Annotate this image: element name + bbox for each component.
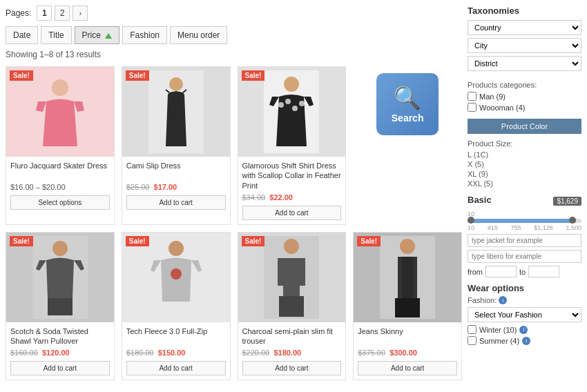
product-info: Fluro Jacquard Skater Dress $16.00 – $20…	[6, 157, 114, 214]
summer-info-icon: i	[522, 337, 530, 345]
sort-fashion-btn[interactable]: Fashion	[122, 26, 167, 44]
summer-checkbox-item: Summer (4) i	[468, 336, 581, 345]
wear-options-section: Wear options Fashion: i Select Your Fash…	[468, 283, 581, 345]
winter-checkbox-item: Winter (10) i	[468, 325, 581, 334]
libero-search-input[interactable]	[468, 250, 581, 263]
range-handle-right[interactable]	[569, 217, 576, 224]
product-info: Charcoal semi-plain slim fit trouser $22…	[238, 322, 346, 380]
add-to-cart-btn[interactable]: Add to cart	[242, 361, 342, 375]
svg-rect-26	[401, 257, 414, 298]
winter-info-icon: i	[519, 326, 528, 334]
product-image: Sale!	[122, 67, 230, 157]
range-track	[468, 219, 576, 223]
range-max-display: $1,629	[553, 197, 581, 206]
jacket-search-input[interactable]	[468, 234, 581, 247]
category-man-label: Man (9)	[479, 92, 506, 101]
results-count: Showing 1–8 of 13 results	[6, 50, 462, 59]
product-card: Sale! Tech Fleece 3.0 Full-Zip $180.00	[122, 232, 231, 381]
add-to-cart-btn[interactable]: Add to cart	[358, 361, 457, 375]
product-price: $16.00 – $20.00	[10, 183, 110, 191]
country-select[interactable]: Country	[468, 20, 581, 35]
product-image: Sale!	[122, 233, 230, 322]
product-price: $25.00 $17.00	[126, 183, 226, 191]
svg-point-19	[284, 239, 299, 254]
product-categories-label: Products categories:	[468, 81, 581, 89]
svg-rect-23	[279, 296, 304, 317]
add-to-cart-btn[interactable]: Add to cart	[126, 195, 226, 210]
category-woooman-checkbox[interactable]	[468, 103, 477, 112]
category-man-checkbox[interactable]	[468, 92, 477, 101]
sort-arrow-icon	[105, 33, 112, 39]
search-card: 🔍 Search	[353, 66, 462, 225]
fashion-label-row: Fashion: i	[468, 296, 581, 304]
add-to-cart-btn[interactable]: Add to cart	[10, 361, 110, 375]
size-xl[interactable]: XL (9)	[468, 170, 581, 178]
city-select[interactable]: City	[468, 38, 581, 53]
page-1-btn[interactable]: 1	[37, 6, 52, 21]
sort-date-btn[interactable]: Date	[6, 26, 38, 44]
category-woooman-label: Woooman (4)	[479, 104, 525, 112]
select-options-btn[interactable]: Select options	[10, 195, 110, 210]
product-price: $34.00 $22.00	[242, 193, 342, 202]
product-thumbnail	[32, 236, 88, 319]
svg-point-1	[52, 79, 68, 96]
product-thumbnail	[380, 236, 435, 319]
size-l[interactable]: L (1C)	[468, 150, 581, 159]
price-from-label: from	[468, 268, 483, 276]
product-card: Sale! Cami Slip Dress $25.00 $17.00	[122, 66, 231, 225]
product-name: Tech Fleece 3.0 Full-Zip	[126, 326, 226, 346]
product-card: Sale! Glamorous Shift Shirt Dress	[238, 66, 347, 225]
product-card: Sale! Fluro Jacquard Skater Dress $16.00…	[6, 66, 115, 225]
product-color-btn[interactable]: Product Color	[468, 119, 581, 134]
winter-checkbox[interactable]	[468, 325, 477, 334]
add-to-cart-btn[interactable]: Add to cart	[242, 206, 342, 220]
category-man: Man (9)	[468, 92, 581, 101]
product-name: Charcoal semi-plain slim fit trouser	[242, 326, 342, 346]
price-from-input[interactable]	[485, 266, 517, 277]
sort-price-btn[interactable]: Price	[75, 26, 120, 44]
svg-point-9	[285, 99, 291, 104]
product-name: Cami Slip Dress	[126, 161, 226, 180]
search-box[interactable]: 🔍 Search	[376, 73, 439, 135]
sort-menuorder-btn[interactable]: Menu order	[170, 26, 227, 44]
svg-rect-22	[298, 258, 305, 286]
category-woooman: Woooman (4)	[468, 103, 581, 112]
range-handle-left[interactable]	[468, 217, 474, 224]
add-to-cart-btn[interactable]: Add to cart	[126, 361, 226, 375]
district-select[interactable]: District	[468, 56, 581, 71]
svg-rect-20	[283, 258, 300, 296]
product-thumbnail	[32, 70, 88, 153]
product-thumbnail	[148, 236, 204, 319]
product-price: $180.00 $150.00	[126, 349, 226, 357]
product-name: Jeans Skinny	[358, 326, 457, 346]
wear-options-title: Wear options	[468, 283, 581, 293]
taxonomies-section: Taxonomies Country City District	[468, 6, 581, 74]
search-label: Search	[392, 112, 424, 124]
price-to-input[interactable]	[528, 266, 559, 277]
svg-point-10	[292, 106, 298, 111]
product-size-section: Product Size: L (1C) X (5) XL (9) XXL (5…	[468, 139, 581, 188]
product-grid: Sale! Fluro Jacquard Skater Dress $16.00…	[6, 66, 462, 380]
svg-point-25	[400, 239, 415, 254]
product-info: Tech Fleece 3.0 Full-Zip $180.00 $150.00…	[122, 322, 230, 380]
product-card: Sale! Jeans Skinny $375.00 $300.00	[353, 232, 462, 381]
fashion-select[interactable]: Select Your Fashion Casual Formal Sport	[468, 307, 581, 322]
page-next-btn[interactable]: ›	[73, 6, 88, 21]
size-xxl[interactable]: XXL (5)	[468, 179, 581, 188]
sale-badge: Sale!	[242, 236, 265, 246]
product-price: $220.00 $180.00	[242, 349, 342, 357]
size-x[interactable]: X (5)	[468, 160, 581, 168]
summer-checkbox[interactable]	[468, 336, 477, 345]
svg-point-13	[52, 241, 68, 256]
page-2-btn[interactable]: 2	[55, 6, 70, 21]
svg-point-17	[171, 268, 182, 280]
svg-point-3	[169, 77, 183, 91]
product-image: Sale!	[238, 233, 346, 322]
sort-title-btn[interactable]: Title	[41, 26, 71, 44]
search-magnifier-icon: 🔍	[394, 85, 421, 111]
svg-point-8	[278, 102, 284, 108]
product-image: Sale!	[354, 233, 461, 322]
product-image: Sale!	[238, 67, 346, 157]
sale-badge: Sale!	[242, 70, 265, 81]
product-price: $375.00 $300.00	[358, 349, 457, 357]
